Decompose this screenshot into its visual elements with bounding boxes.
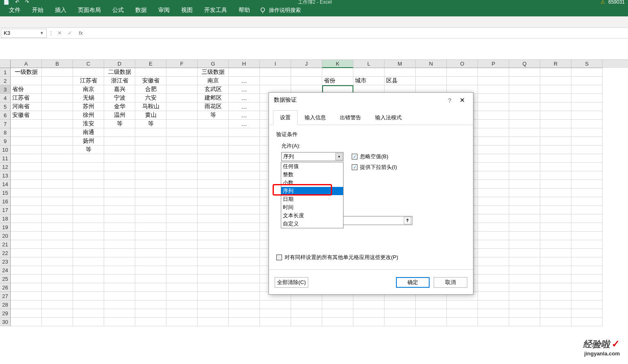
cell-H11[interactable]: [229, 154, 260, 163]
cell-F24[interactable]: [166, 266, 198, 275]
cell-D20[interactable]: [104, 232, 135, 240]
cell-E11[interactable]: [135, 154, 166, 163]
cell-P3[interactable]: [478, 85, 509, 94]
allow-select[interactable]: 序列 ▾: [281, 152, 344, 161]
cell-R20[interactable]: [540, 232, 571, 240]
cell-S5[interactable]: [571, 102, 603, 111]
cell-E22[interactable]: [135, 249, 166, 257]
cell-H1[interactable]: [229, 68, 260, 77]
cell-N28[interactable]: [416, 300, 447, 309]
cell-P5[interactable]: [478, 102, 509, 111]
cell-F10[interactable]: [166, 146, 198, 154]
cell-P13[interactable]: [478, 171, 509, 180]
cell-E28[interactable]: [135, 300, 166, 309]
row-header-24[interactable]: 24: [0, 266, 11, 275]
cell-B7[interactable]: [42, 120, 73, 128]
cell-P19[interactable]: [478, 223, 509, 232]
column-header-R[interactable]: R: [540, 60, 571, 68]
cell-C27[interactable]: [73, 292, 104, 300]
cell-M30[interactable]: [385, 318, 416, 326]
cell-S28[interactable]: [571, 300, 603, 309]
cell-O28[interactable]: [447, 300, 478, 309]
cell-C14[interactable]: [73, 180, 104, 189]
cell-Q13[interactable]: [509, 171, 540, 180]
cell-B22[interactable]: [42, 249, 73, 257]
cell-E7[interactable]: 等: [135, 120, 166, 128]
cell-G29[interactable]: [198, 309, 229, 318]
cell-B21[interactable]: [42, 240, 73, 249]
cell-N2[interactable]: [416, 77, 447, 85]
cell-E29[interactable]: [135, 309, 166, 318]
cell-G19[interactable]: [198, 223, 229, 232]
column-header-Q[interactable]: Q: [509, 60, 540, 68]
cell-L2[interactable]: 城市: [353, 77, 385, 85]
cell-P27[interactable]: [478, 292, 509, 300]
cell-R30[interactable]: [540, 318, 571, 326]
cell-O30[interactable]: [447, 318, 478, 326]
cell-B19[interactable]: [42, 223, 73, 232]
cell-S12[interactable]: [571, 163, 603, 171]
cell-D8[interactable]: [104, 128, 135, 137]
column-header-G[interactable]: G: [198, 60, 229, 68]
cell-Q26[interactable]: [509, 283, 540, 292]
cell-G5[interactable]: 雨花区: [198, 102, 229, 111]
cell-G4[interactable]: 建邺区: [198, 94, 229, 102]
cell-S29[interactable]: [571, 309, 603, 318]
cell-K30[interactable]: [322, 318, 353, 326]
row-header-20[interactable]: 20: [0, 232, 11, 240]
cell-C9[interactable]: 扬州: [73, 137, 104, 146]
cell-S6[interactable]: [571, 111, 603, 120]
row-header-26[interactable]: 26: [0, 283, 11, 292]
row-header-22[interactable]: 22: [0, 249, 11, 257]
cell-E12[interactable]: [135, 163, 166, 171]
cell-B9[interactable]: [42, 137, 73, 146]
cell-P8[interactable]: [478, 128, 509, 137]
cell-B29[interactable]: [42, 309, 73, 318]
cell-H13[interactable]: [229, 171, 260, 180]
cancel-formula-icon[interactable]: ✕: [57, 30, 62, 36]
cell-C11[interactable]: [73, 154, 104, 163]
cell-A14[interactable]: [11, 180, 42, 189]
cell-B15[interactable]: [42, 189, 73, 197]
cell-C4[interactable]: 无锡: [73, 94, 104, 102]
select-all-corner[interactable]: [0, 60, 11, 68]
cell-R17[interactable]: [540, 206, 571, 214]
cell-R25[interactable]: [540, 275, 571, 283]
cell-H6[interactable]: …: [229, 111, 260, 120]
cell-G7[interactable]: [198, 120, 229, 128]
tell-me[interactable]: 操作说明搜索: [259, 7, 301, 14]
cell-Q6[interactable]: [509, 111, 540, 120]
row-header-10[interactable]: 10: [0, 146, 11, 154]
cell-S2[interactable]: [571, 77, 603, 85]
cell-B17[interactable]: [42, 206, 73, 214]
confirm-formula-icon[interactable]: ✓: [68, 30, 72, 36]
cell-Q23[interactable]: [509, 257, 540, 266]
cell-A10[interactable]: [11, 146, 42, 154]
cell-Q16[interactable]: [509, 197, 540, 206]
cell-S26[interactable]: [571, 283, 603, 292]
cell-R23[interactable]: [540, 257, 571, 266]
cell-S18[interactable]: [571, 214, 603, 223]
cell-H26[interactable]: [229, 283, 260, 292]
cell-A3[interactable]: 省份: [11, 85, 42, 94]
cell-C17[interactable]: [73, 206, 104, 214]
cell-S23[interactable]: [571, 257, 603, 266]
cell-B24[interactable]: [42, 266, 73, 275]
cell-Q21[interactable]: [509, 240, 540, 249]
cell-Q19[interactable]: [509, 223, 540, 232]
cell-A25[interactable]: [11, 275, 42, 283]
cell-G28[interactable]: [198, 300, 229, 309]
cell-M2[interactable]: 区县: [385, 77, 416, 85]
cell-R5[interactable]: [540, 102, 571, 111]
cell-P17[interactable]: [478, 206, 509, 214]
cell-A7[interactable]: [11, 120, 42, 128]
cell-P25[interactable]: [478, 275, 509, 283]
row-header-1[interactable]: 1: [0, 68, 11, 77]
cell-A28[interactable]: [11, 300, 42, 309]
cell-G17[interactable]: [198, 206, 229, 214]
cell-B1[interactable]: [42, 68, 73, 77]
cell-S14[interactable]: [571, 180, 603, 189]
cell-C8[interactable]: 南通: [73, 128, 104, 137]
cell-B13[interactable]: [42, 171, 73, 180]
cell-E14[interactable]: [135, 180, 166, 189]
